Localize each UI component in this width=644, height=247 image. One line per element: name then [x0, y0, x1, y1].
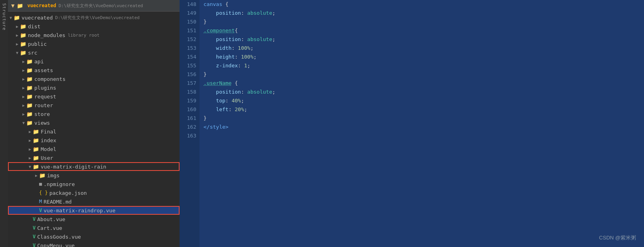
code-line-158: position: absolute;: [203, 88, 644, 96]
line-num-text: 161: [187, 114, 196, 123]
code-token: </style>: [203, 123, 229, 131]
tree-label: router: [34, 102, 53, 108]
line-num-text: 149: [187, 9, 196, 18]
folder-icon: 📁: [20, 50, 26, 56]
line-number-148: 148▶: [183, 0, 196, 9]
tree-item-components[interactable]: ▶📁components: [8, 74, 180, 83]
line-num-text: 157: [187, 79, 196, 88]
tree-arrow: ▶: [21, 86, 26, 90]
line-number-163: 163: [183, 131, 196, 140]
tree-arrow: ▶: [14, 33, 20, 37]
tree-arrow: ▼: [8, 16, 14, 20]
code-token: :: [241, 35, 247, 44]
code-line-149: position: absolute;: [203, 9, 644, 18]
tree-item-Final[interactable]: ▶📁Final: [8, 127, 180, 136]
code-token: top: [216, 96, 225, 105]
code-whitespace: [203, 105, 216, 114]
tree-arrow: ▶: [21, 103, 26, 108]
code-token: 100%: [241, 53, 253, 61]
code-token: .component: [203, 26, 235, 35]
folder-icon: 📁: [26, 120, 33, 126]
line-number-149: 149: [183, 9, 196, 18]
line-num-text: 156: [187, 70, 196, 79]
line-number-162: 162: [183, 123, 196, 131]
line-num-text: 151: [187, 26, 196, 35]
code-whitespace: [203, 53, 216, 61]
tree-item-About.vue[interactable]: VAbout.vue: [8, 215, 180, 223]
code-token: ;: [241, 96, 244, 105]
code-whitespace: [203, 44, 216, 53]
tree-label: ClassGoods.vue: [37, 234, 81, 240]
tree-item-.npmignore[interactable]: ■.npmignore: [8, 180, 180, 188]
folder-icon: 📁: [33, 137, 39, 143]
tree-item-README.md[interactable]: MREADME.md: [8, 197, 180, 206]
folder-icon: 📁: [20, 32, 26, 38]
code-token: }: [203, 18, 207, 26]
code-token: ;: [250, 44, 253, 53]
tree-item-vue-matrix-raindrop.vue[interactable]: Vvue-matrix-raindrop.vue: [8, 206, 180, 215]
tree-arrow: ▶: [21, 94, 26, 99]
code-token: position: [216, 35, 241, 44]
code-token: :: [241, 9, 247, 18]
code-line-155: z-index: 1;: [203, 61, 644, 70]
tree-item-node_modules[interactable]: ▶📁node_moduleslibrary root: [8, 31, 180, 39]
tree-item-ClassGoods.vue[interactable]: VClassGoods.vue: [8, 232, 180, 241]
folder-icon: 📁: [33, 146, 39, 152]
tree-item-src[interactable]: ▼📁src: [8, 48, 180, 57]
code-line-148: canvas {: [203, 0, 644, 9]
project-path: D:\研究生文件夹\VueDemo\vuecreated: [59, 3, 143, 9]
code-token: :: [235, 53, 241, 61]
vue-file-icon: V: [39, 208, 42, 213]
code-token: }: [203, 114, 207, 123]
tree-label: node_modules: [28, 32, 65, 38]
line-number-158: 158: [183, 88, 196, 96]
line-number-161: 161: [183, 114, 196, 123]
tree-item-index[interactable]: ▶📁index: [8, 136, 180, 145]
code-token: absolute: [247, 9, 273, 18]
line-num-text: 154: [187, 53, 196, 61]
code-line-160: left: 20%;: [203, 105, 644, 114]
tree-item-Cart.vue[interactable]: VCart.vue: [8, 223, 180, 232]
tree-item-public[interactable]: ▶📁public: [8, 39, 180, 48]
tree-label: Model: [41, 146, 56, 152]
tree-item-api[interactable]: ▶📁api: [8, 57, 180, 66]
folder-icon: 📁: [26, 67, 33, 73]
tree-label: vue-matrix-digit-rain: [41, 164, 106, 170]
line-number-157: 157▶: [183, 79, 196, 88]
tree-item-Model[interactable]: ▶📁Model: [8, 145, 180, 153]
line-number-155: 155: [183, 61, 196, 70]
line-number-159: 159: [183, 96, 196, 105]
tree-arrow: ▶: [27, 147, 33, 151]
tree-item-store[interactable]: ▶📁store: [8, 110, 180, 118]
tree-item-CopyMenu.vue[interactable]: VCopyMenu.vue: [8, 241, 180, 247]
code-token: }: [203, 70, 207, 79]
tree-item-package.json[interactable]: { }package.json: [8, 188, 180, 197]
structure-label: Structure: [2, 3, 7, 31]
tree-item-assets[interactable]: ▶📁assets: [8, 66, 180, 74]
tree-item-views[interactable]: ▼📁views: [8, 118, 180, 127]
tree-item-dist[interactable]: ▶📁dist: [8, 22, 180, 31]
vue-file-icon: V: [33, 225, 36, 231]
tree-item-plugins[interactable]: ▶📁plugins: [8, 83, 180, 92]
line-num-text: 148: [187, 0, 196, 9]
code-editor-panel: 148▶149150151▶152153154155156157▶1581591…: [180, 0, 644, 247]
tree-item-vue-matrix-digit-rain[interactable]: ▼📁vue-matrix-digit-rain: [8, 162, 180, 171]
code-content: 148▶149150151▶152153154155156157▶1581591…: [180, 0, 644, 247]
code-token: :: [229, 105, 235, 114]
code-token: ;: [253, 53, 257, 61]
tree-label: User: [41, 155, 53, 161]
code-token: 100%: [238, 44, 250, 53]
md-file-icon: M: [39, 199, 42, 204]
tree-label: assets: [34, 67, 53, 73]
tree-item-imgs[interactable]: ▶📁imgs: [8, 171, 180, 180]
tree-label: vuecreated: [22, 15, 53, 21]
tree-item-request[interactable]: ▶📁request: [8, 92, 180, 101]
code-line-152: position: absolute;: [203, 35, 644, 44]
tree-item-router[interactable]: ▶📁router: [8, 101, 180, 110]
tree-label: request: [34, 94, 56, 100]
vue-file-icon: V: [33, 216, 36, 222]
tree-label: views: [34, 120, 50, 126]
tree-item-vuecreated[interactable]: ▼📁vuecreatedD:\研究生文件夹\VueDemo\vuecreated: [8, 13, 180, 22]
tree-arrow: ▼: [14, 51, 20, 55]
tree-item-User[interactable]: ▶📁User: [8, 153, 180, 162]
